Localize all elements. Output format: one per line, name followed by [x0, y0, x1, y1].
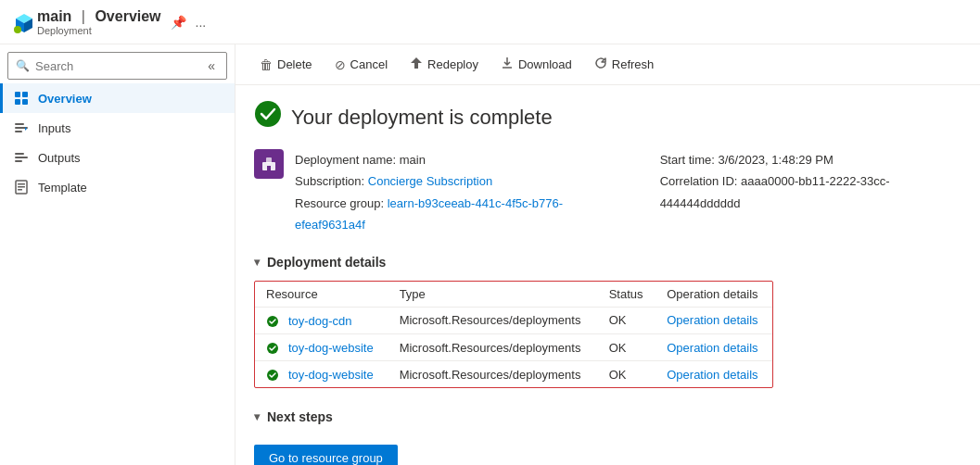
page-content: Your deployment is complete Deployment	[235, 85, 980, 465]
svg-rect-24	[267, 166, 271, 170]
svg-rect-18	[18, 186, 25, 188]
op-details-link[interactable]: Operation details	[667, 341, 757, 355]
cancel-icon: ⊘	[335, 57, 346, 72]
deployment-info: Deployment name: main Subscription: Conc…	[254, 149, 961, 236]
deployment-rg-row: Resource group: learn-b93ceeab-441c-4f5c…	[295, 193, 623, 236]
status-cell: OK	[598, 307, 656, 333]
svg-rect-11	[15, 131, 22, 132]
app-logo	[11, 9, 37, 35]
download-icon	[501, 57, 514, 72]
next-steps-section: ▾ Next steps Go to resource group	[254, 409, 961, 465]
table-row: toy-dog-website Microsoft.Resources/depl…	[255, 361, 772, 388]
details-table: Resource Type Status Operation details	[255, 282, 772, 388]
top-header: main | Overview Deployment 📌 ...	[0, 0, 980, 44]
next-steps-chevron-icon: ▾	[254, 410, 260, 423]
op-details-link[interactable]: Operation details	[667, 313, 757, 327]
delete-button[interactable]: 🗑 Delete	[250, 53, 322, 77]
svg-rect-5	[15, 92, 20, 97]
svg-rect-15	[15, 160, 22, 162]
deployment-name-row: Deployment name: main	[295, 149, 623, 170]
status-cell: OK	[598, 361, 656, 388]
outputs-icon	[14, 150, 29, 165]
svg-rect-7	[15, 99, 20, 105]
col-op-details: Operation details	[655, 282, 772, 308]
deployment-icon	[254, 149, 284, 179]
type-cell: Microsoft.Resources/deployments	[388, 361, 598, 388]
correlation-id-row: Correlation ID: aaaa0000-bb11-2222-33cc-…	[660, 170, 961, 214]
svg-rect-17	[18, 183, 25, 185]
row-check-icon	[266, 313, 283, 328]
main-title: main | Overview	[37, 8, 161, 25]
sidebar-item-inputs[interactable]: Inputs	[0, 113, 235, 143]
details-table-wrapper: Resource Type Status Operation details	[254, 281, 773, 389]
search-icon: 🔍	[16, 59, 30, 72]
svg-rect-6	[22, 92, 28, 97]
status-check-icon	[254, 100, 282, 134]
deployment-info-right: Start time: 3/6/2023, 1:48:29 PM Correla…	[660, 149, 961, 214]
collapse-button[interactable]: «	[204, 57, 219, 75]
svg-rect-8	[22, 99, 28, 105]
search-box[interactable]: 🔍 «	[7, 52, 227, 80]
sidebar-item-outputs[interactable]: Outputs	[0, 143, 235, 172]
download-button[interactable]: Download	[491, 52, 581, 77]
overview-icon	[14, 91, 29, 106]
header-subtitle: Deployment	[37, 25, 161, 36]
status-cell: OK	[598, 333, 656, 360]
resource-link[interactable]: toy-dog-cdn	[288, 314, 352, 328]
table-row: toy-dog-website Microsoft.Resources/depl…	[255, 333, 772, 360]
type-cell: Microsoft.Resources/deployments	[388, 307, 598, 333]
start-time-row: Start time: 3/6/2023, 1:48:29 PM	[660, 149, 961, 170]
cancel-button[interactable]: ⊘ Cancel	[325, 53, 397, 77]
redeploy-button[interactable]: Redeploy	[401, 52, 488, 77]
inputs-label: Inputs	[38, 121, 70, 135]
overview-label: Overview	[38, 92, 92, 106]
row-check-icon	[266, 367, 283, 382]
col-status: Status	[598, 282, 656, 308]
resource-link[interactable]: toy-dog-website	[288, 368, 374, 382]
details-chevron-icon: ▾	[254, 256, 260, 269]
svg-rect-9	[15, 123, 24, 125]
resource-link[interactable]: toy-dog-website	[288, 341, 374, 355]
template-label: Template	[38, 181, 87, 195]
outputs-label: Outputs	[38, 151, 81, 165]
type-cell: Microsoft.Resources/deployments	[388, 333, 598, 360]
svg-point-4	[14, 26, 21, 33]
header-title-block: main | Overview Deployment	[37, 8, 161, 36]
table-row: toy-dog-cdn Microsoft.Resources/deployme…	[255, 307, 772, 333]
template-icon	[14, 180, 29, 195]
refresh-icon	[594, 57, 607, 72]
deployment-title: Your deployment is complete	[291, 106, 553, 130]
details-section-title: Deployment details	[267, 255, 386, 270]
svg-rect-14	[15, 157, 28, 158]
search-input[interactable]	[35, 59, 204, 73]
sidebar-item-overview[interactable]: Overview	[0, 83, 235, 113]
sidebar-item-template[interactable]: Template	[0, 172, 235, 202]
main-layout: 🔍 « Overview Inputs Outputs	[0, 44, 980, 465]
col-type: Type	[388, 282, 598, 308]
delete-icon: 🗑	[260, 57, 273, 72]
go-to-resource-group-button[interactable]: Go to resource group	[254, 445, 398, 465]
header-icons: 📌 ...	[169, 13, 209, 31]
pin-button[interactable]: 📌	[169, 13, 188, 31]
redeploy-icon	[410, 57, 423, 72]
deployment-status: Your deployment is complete	[254, 100, 961, 134]
next-steps-header[interactable]: ▾ Next steps	[254, 409, 961, 424]
deployment-subscription-row: Subscription: Concierge Subscription	[295, 170, 623, 192]
inputs-icon	[14, 120, 29, 135]
svg-rect-23	[266, 157, 272, 163]
col-resource: Resource	[255, 282, 388, 308]
content-area: 🗑 Delete ⊘ Cancel Redeploy Download	[235, 44, 980, 465]
refresh-button[interactable]: Refresh	[585, 52, 664, 77]
sidebar: 🔍 « Overview Inputs Outputs	[0, 44, 235, 465]
more-button[interactable]: ...	[194, 13, 209, 31]
subscription-link[interactable]: Concierge Subscription	[368, 174, 492, 188]
svg-rect-13	[15, 153, 24, 155]
svg-point-21	[255, 101, 281, 127]
deployment-meta: Deployment name: main Subscription: Conc…	[295, 149, 623, 236]
deployment-info-left: Deployment name: main Subscription: Conc…	[254, 149, 623, 236]
svg-rect-19	[18, 189, 22, 191]
deployment-details-section[interactable]: ▾ Deployment details	[254, 255, 961, 270]
next-steps-title: Next steps	[267, 409, 333, 424]
row-check-icon	[266, 340, 283, 355]
op-details-link[interactable]: Operation details	[667, 368, 757, 382]
